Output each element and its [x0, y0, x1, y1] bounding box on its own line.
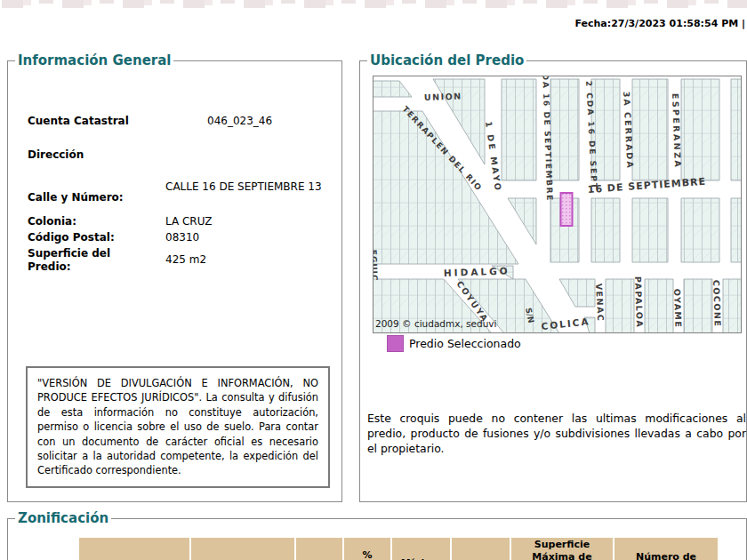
info-general-title: Información General: [15, 52, 173, 68]
header-cell-percent: %: [344, 538, 390, 560]
header-cell-3: [296, 538, 342, 560]
field-label-direccion: Dirección: [28, 148, 84, 162]
field-value-calle-numero: CALLE 16 DE SEPTIEMBRE 13: [165, 180, 339, 194]
ubicacion-title: Ubicación del Predio: [367, 52, 526, 68]
header-cell-1: [79, 538, 189, 560]
cadastral-report-page: Fecha:27/3/2023 01:58:54 PM | Informació…: [0, 0, 747, 560]
field-value-colonia: LA CRUZ: [165, 215, 213, 228]
zonificacion-table: % Mínimo Superficie Máxima de Número de: [77, 536, 719, 560]
selected-parcel-highlight: [561, 193, 573, 226]
zonificacion-title: Zonificación: [15, 510, 111, 526]
top-tab-strip: [2, 0, 747, 8]
selected-parcel-legend: Predio Seleccionado: [409, 337, 521, 350]
field-label-codigo-postal: Código Postal:: [28, 231, 115, 244]
street-label-edge-cut: EGUIC: [373, 250, 379, 282]
ubicacion-panel: Ubicación del Predio: [359, 60, 747, 502]
field-value-cuenta-catastral: 046_023_46: [207, 115, 272, 128]
field-value-codigo-postal: 08310: [165, 231, 199, 244]
map-image: UNION TERRAPLEN DEL RIO 1 DE MAYO 2DA 16…: [373, 76, 742, 333]
street-label-papaloa: PAPALOA: [633, 276, 645, 329]
header-cell-numero-de: Número de: [614, 538, 718, 560]
field-label-superficie: Superficie del Predio:: [28, 247, 127, 274]
header-cell-2: [191, 538, 294, 560]
header-cell-superficie-maxima: Superficie Máxima de: [511, 538, 613, 560]
map-copyright: 2009 © ciudadmx, seduvi: [375, 318, 497, 329]
map-note: Este croquis puede no contener las ultim…: [367, 411, 746, 456]
street-label-union: UNION: [424, 92, 462, 102]
street-label-venac: VENAC: [594, 284, 606, 323]
info-general-panel: Información General Cuenta Catastral 046…: [7, 60, 342, 502]
field-value-superficie: 425 m2: [165, 253, 206, 267]
field-label-cuenta-catastral: Cuenta Catastral: [28, 115, 129, 128]
header-cell-6: [452, 538, 510, 560]
street-label-cocone: COCONE: [711, 280, 723, 328]
legal-disclaimer: "VERSIÓN DE DIVULGACIÓN E INFORMACIÓN, N…: [26, 366, 330, 488]
field-label-calle-numero: Calle y Número:: [28, 191, 124, 204]
zonificacion-panel: Zonificación % Mínimo Superficie Máxima …: [7, 518, 747, 560]
header-cell-minimo: Mínimo: [392, 538, 450, 560]
street-label-oyame: OYAME: [672, 289, 684, 329]
selected-parcel-swatch: [387, 335, 404, 352]
field-label-colonia: Colonia:: [28, 215, 76, 228]
date-label: Fecha:27/3/2023 01:58:54 PM |: [574, 18, 745, 29]
table-header-row: % Mínimo Superficie Máxima de Número de: [79, 538, 718, 560]
